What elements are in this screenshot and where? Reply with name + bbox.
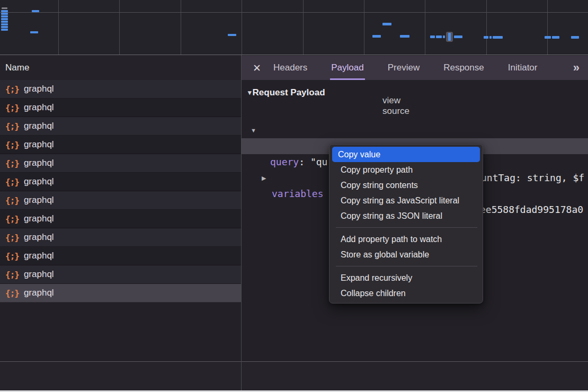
request-timing-bar[interactable] [484,36,488,39]
request-timing-bar[interactable] [1,18,8,20]
menu-item-copy-string-contents[interactable]: Copy string contents [332,177,480,193]
request-row[interactable]: {;}graphql [0,191,241,210]
request-timing-bar[interactable] [30,31,38,33]
request-row[interactable]: {;}graphql [0,228,241,247]
request-row[interactable]: {;}graphql [0,80,241,99]
tab-preview[interactable]: Preview [387,56,421,80]
overview-gridline [242,0,242,55]
request-list: {;}graphql{;}graphql{;}graphql{;}graphql… [0,80,241,302]
request-timing-bar[interactable] [1,13,8,15]
request-timing-bar[interactable] [1,29,8,31]
request-timing-bar[interactable] [228,34,236,36]
menu-item-store-as-global-variable[interactable]: Store as global variable [332,247,480,262]
request-timing-bar[interactable] [436,35,442,38]
menu-separator [336,227,477,228]
tab-headers[interactable]: Headers [272,56,308,80]
detail-tabs: HeadersPayloadPreviewResponseInitiator [272,56,560,80]
summary-divider [0,361,588,362]
overview-gridline [181,0,181,55]
property-key: variables [272,186,324,202]
request-timing-bar[interactable] [1,21,8,23]
request-name: graphql [24,84,54,94]
request-name: graphql [24,232,54,243]
request-timing-bar[interactable] [545,36,551,39]
overview-gridline [303,0,304,55]
overview-gridline [486,0,487,55]
request-timing-bar[interactable] [1,10,8,12]
request-timing-bar[interactable] [552,36,559,39]
payload-tree-operationname-row[interactable]: operationName: "ipFlowTimeseries" [242,122,588,138]
json-request-icon: {;} [5,140,19,150]
request-timing-bar[interactable] [2,7,7,9]
network-overview-strip[interactable] [0,0,588,55]
summary-bar [0,362,588,390]
request-name: graphql [24,213,54,224]
request-timing-bar[interactable] [372,35,381,38]
request-timing-bar[interactable] [1,23,8,25]
pane-divider[interactable] [241,55,242,390]
json-request-icon: {;} [5,177,19,187]
property-preview-right-fragment: ee5588fdad995178a0 [480,202,583,218]
request-name: graphql [24,288,54,298]
tab-payload[interactable]: Payload [330,56,364,80]
request-row[interactable]: {;}graphql [0,154,241,173]
overview-gridline [547,0,548,55]
request-name: graphql [24,158,54,168]
property-value-right-fragment: untTag: string, $f [481,170,584,186]
request-timing-bar[interactable] [454,35,462,38]
json-request-icon: {;} [5,288,19,298]
menu-item-copy-string-as-javascript-literal[interactable]: Copy string as JavaScript literal [332,193,480,208]
request-name: graphql [24,176,54,187]
selected-request-tick [448,33,451,41]
collapse-caret-icon[interactable]: ▾ [248,88,252,96]
json-request-icon: {;} [5,84,19,94]
request-timing-bar[interactable] [430,35,435,38]
tab-response[interactable]: Response [442,56,485,80]
json-request-icon: {;} [5,251,19,261]
tab-initiator[interactable]: Initiator [507,56,539,80]
request-row[interactable]: {;}graphql [0,210,241,228]
request-name: graphql [24,139,54,150]
json-request-icon: {;} [5,195,19,206]
request-timing-bar[interactable] [1,15,8,17]
request-name: graphql [24,269,54,280]
request-timing-bar[interactable] [489,36,492,39]
json-request-icon: {;} [5,103,19,113]
overview-gridline [364,0,364,55]
request-timing-bar[interactable] [382,23,391,25]
request-row[interactable]: {;}graphql [0,117,241,136]
request-row[interactable]: {;}graphql [0,173,241,191]
json-request-icon: {;} [5,121,19,131]
request-timing-bar[interactable] [571,36,579,39]
context-menu: Copy valueCopy property pathCopy string … [329,144,483,304]
request-name: graphql [24,251,54,261]
request-timing-bar[interactable] [443,35,445,38]
request-row[interactable]: {;}graphql [0,99,241,117]
request-row[interactable]: {;}graphql [0,247,241,265]
menu-item-add-property-path-to-watch[interactable]: Add property path to watch [332,231,480,247]
close-icon[interactable]: ✕ [242,56,272,80]
request-row[interactable]: {;}graphql [0,284,241,302]
request-timing-bar[interactable] [400,35,409,38]
overview-gridline [119,0,120,55]
payload-tree-root-row[interactable]: ▼ {operationName: "ipFlowTimeseries", va… [242,106,588,122]
request-row[interactable]: {;}graphql [0,265,241,284]
request-row[interactable]: {;}graphql [0,136,241,154]
request-timing-bar[interactable] [32,10,39,12]
json-request-icon: {;} [5,270,19,280]
name-column-header[interactable]: Name [0,56,241,80]
request-timing-bar[interactable] [1,26,8,28]
selected-request-marker[interactable] [446,32,453,42]
request-payload-section-header[interactable]: ▾ Request Payload view source [248,87,325,98]
section-title: Request Payload [253,87,325,98]
detail-tab-bar: ✕ HeadersPayloadPreviewResponseInitiator… [242,56,588,80]
expand-arrow-icon[interactable]: ▶ [262,170,266,186]
more-tabs-icon[interactable]: » [573,56,588,80]
menu-item-copy-value[interactable]: Copy value [332,147,480,162]
menu-item-copy-property-path[interactable]: Copy property path [332,162,480,177]
devtools-window: Name {;}graphql{;}graphql{;}graphql{;}gr… [0,0,588,392]
request-timing-bar[interactable] [493,36,503,39]
menu-item-copy-string-as-json-literal[interactable]: Copy string as JSON literal [332,208,480,224]
menu-item-collapse-children[interactable]: Collapse children [332,286,480,301]
menu-item-expand-recursively[interactable]: Expand recursively [332,270,480,286]
